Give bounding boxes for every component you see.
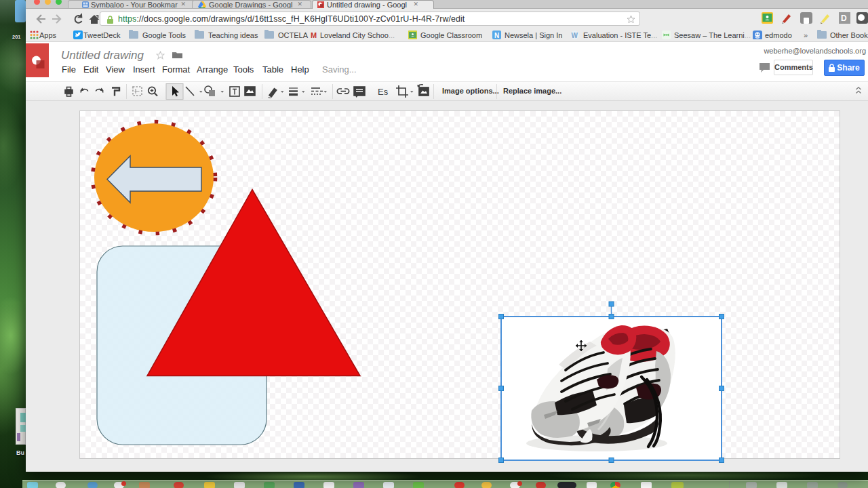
svg-text:D: D — [841, 14, 847, 23]
svg-text:W: W — [572, 32, 578, 39]
svg-text:Es: Es — [378, 87, 389, 97]
svg-text:N: N — [494, 32, 499, 39]
